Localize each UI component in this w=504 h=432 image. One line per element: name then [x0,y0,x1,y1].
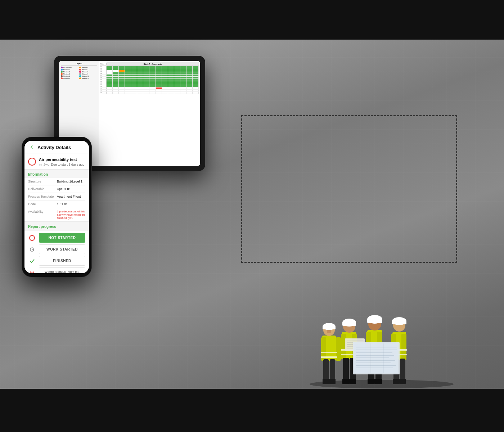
gantt-cell [162,72,168,74]
svg-rect-17 [321,356,337,358]
code-key: Code [28,202,57,206]
gantt-cell [168,72,174,74]
legend-item-m7: Milestone 7 [79,69,97,71]
svg-rect-21 [343,358,349,381]
not-started-button[interactable]: NOT STARTED [39,233,85,243]
m11-label: Milestone 11 [82,78,89,79]
gantt-cell [143,85,149,87]
svg-rect-9 [330,359,335,381]
gantt-cell [168,85,174,87]
legend-item-m4: Milestone 4 [61,75,79,77]
info-row-availability: Availability 1 predecessors of this acti… [28,208,85,221]
m2-label: Milestone 2 [63,71,70,73]
gantt-cell [137,81,143,83]
activity-status-icon [28,158,36,166]
legend-title: Legend [61,62,97,66]
m3-dot [61,73,63,75]
legend-item-m5: Milestone 5 [61,77,79,79]
m1-dot [61,69,63,71]
gantt-cell [149,85,156,87]
svg-rect-11 [329,379,336,384]
gantt-cell [119,85,125,87]
back-button[interactable] [28,144,35,151]
svg-rect-23 [342,379,349,384]
gantt-cell [137,75,143,76]
gantt-cell [180,79,186,81]
deliverable-key: Deliverable [28,187,57,191]
m4-dot [61,75,63,77]
gantt-row-code: 01 [100,66,107,68]
gantt-cell [119,68,125,70]
gantt-cell [162,83,168,85]
work-started-button[interactable]: WORK STARTED [39,244,85,254]
legend-item-m2: Milestone 2 [61,71,79,73]
gantt-cell [186,92,193,94]
legend-item-m6: Milestone 6 [79,67,97,68]
gantt-cell [168,92,174,94]
gantt-cell [119,83,125,85]
svg-point-1 [30,235,35,240]
gantt-cell [174,68,180,70]
deliverable-val: Apt 01.01 [57,187,85,191]
gantt-cell [193,90,199,91]
gantt-cell [162,68,168,70]
info-row-process: Process Template Apartment Fitout [28,193,85,201]
gantt-cell [113,72,119,74]
gantt-cell [162,70,168,72]
finished-button[interactable]: FINISHED [39,256,85,266]
gantt-cell [156,66,162,68]
gantt-cell [149,77,156,78]
gantt-cell [107,79,113,81]
gantt-cell [137,87,143,89]
gantt-cell [143,92,149,94]
gantt-cell [193,70,199,72]
gantt-cell [113,87,119,89]
svg-rect-16 [321,352,337,353]
svg-rect-61 [354,343,398,373]
info-row-deliverable: Deliverable Apt 01.01 [28,185,85,193]
could-not-start-button[interactable]: WORK COULD NOT BE STARTED [39,267,85,273]
gantt-cell [125,92,131,94]
svg-rect-14 [323,327,336,329]
m11-dot [79,77,81,79]
phone-title: Activity Details [37,145,71,150]
gantt-cells [107,92,199,94]
gantt-cells [107,68,199,70]
gantt-cell [168,83,174,85]
information-section-label: Information [24,170,89,178]
gantt-cell [125,81,131,83]
gantt-chart: Code Block A - Apartments 01020304050607… [99,61,200,166]
phone-body[interactable]: Air permeability test 2wd Due to start 3… [24,153,89,273]
not-started-option: NOT STARTED [28,233,85,243]
legend-grid: Pre-Requisites Milestone 6 Milestone 1 [61,67,97,79]
gantt-cell [180,75,186,76]
m7-dot [79,69,81,71]
m2-dot [61,71,63,73]
gantt-cell [162,79,168,81]
gantt-cells [107,79,199,81]
gantt-cell [180,92,186,94]
gantt-cell [180,72,186,74]
gantt-cell [131,90,137,91]
gantt-cell [107,85,113,87]
gantt-cell [137,72,143,74]
gantt-cell [156,90,162,91]
m10-dot [79,75,81,77]
gantt-cell [107,77,113,78]
gantt-row-code: 03 [100,70,107,72]
svg-rect-8 [323,359,329,381]
gantt-cell [125,90,131,91]
gantt-cell [156,79,162,81]
gantt-cell [186,87,193,89]
gantt-cell [156,68,162,70]
could-not-start-option: WORK COULD NOT BE STARTED [28,267,85,273]
gantt-cell [174,87,180,89]
legend-item-m8: Milestone 8 [79,71,97,73]
circle-outline-icon [29,235,35,241]
gantt-cell [149,79,156,81]
gantt-cell [156,85,162,87]
gantt-cell [186,75,193,76]
gantt-code-header: Code [100,63,107,65]
svg-rect-42 [375,379,382,384]
gantt-cells [107,85,199,87]
